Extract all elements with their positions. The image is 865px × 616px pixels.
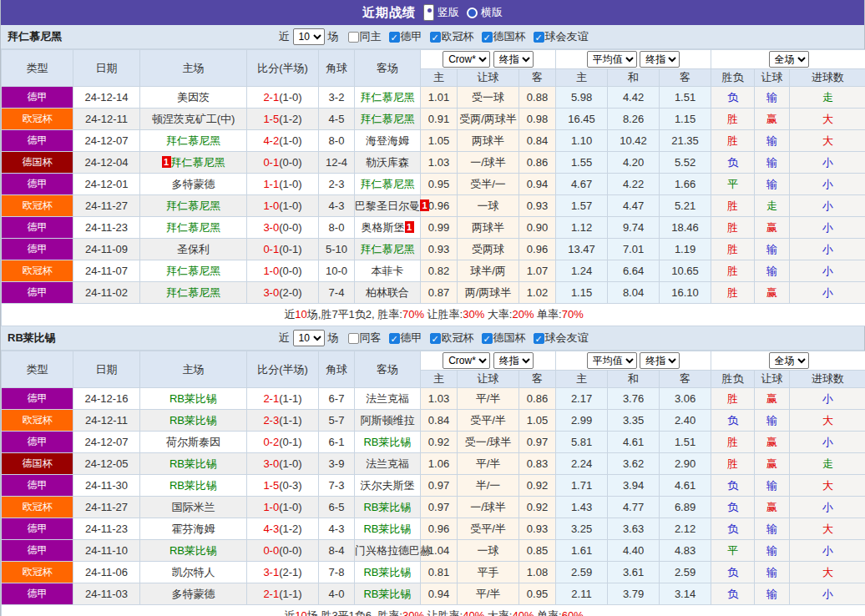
sub-column-header: 进球数 [790, 371, 865, 388]
handicap-value: 一球 [458, 195, 519, 217]
same-venue-checkbox[interactable]: 同客 [342, 331, 382, 346]
away-team-name[interactable]: RB莱比锡 [363, 523, 411, 535]
outcome-value: 胜 [711, 260, 755, 282]
league-checkbox[interactable]: ✓德甲 [383, 29, 422, 44]
league-checkbox[interactable]: ✓球会友谊 [528, 29, 589, 44]
checkbox-checked-icon[interactable]: ✓ [534, 333, 544, 344]
score-cell: 1-5(0-3) [247, 475, 319, 497]
home-team-name[interactable]: RB莱比锡 [169, 414, 217, 427]
away-team-name: 勒沃库森 [366, 156, 409, 169]
avg-value: 1.55 [556, 152, 608, 174]
home-team-cell: 霍芬海姆 [140, 518, 247, 540]
checkbox-checked-icon[interactable]: ✓ [430, 32, 441, 43]
away-team-name: 本菲卡 [372, 265, 404, 277]
away-team-name[interactable]: 拜仁慕尼黑 [361, 243, 415, 255]
avg-value: 1.61 [556, 540, 608, 562]
odds-company-select[interactable]: Crow* [443, 352, 490, 369]
checkbox-unchecked-icon[interactable] [348, 32, 359, 43]
final-odds-select-2[interactable]: 终指 [640, 51, 680, 68]
league-badge: 德甲 [2, 217, 73, 239]
away-team-cell: 法兰克福 [355, 453, 421, 475]
outcome-value: 胜 [711, 195, 755, 217]
odds-value: 0.94 [421, 583, 458, 605]
checkbox-checked-icon[interactable]: ✓ [389, 333, 400, 344]
half-score: (1-2) [279, 523, 301, 535]
radio-unselected-icon[interactable] [467, 8, 478, 18]
checkbox-checked-icon[interactable]: ✓ [389, 32, 400, 43]
avg-value: 4.42 [608, 87, 660, 109]
outcome-value: 胜 [711, 109, 755, 130]
home-team-name[interactable]: RB莱比锡 [169, 457, 217, 470]
checkbox-checked-icon[interactable]: ✓ [482, 32, 493, 43]
match-row: 欧冠杯24-11-07拜仁慕尼黑1-0(0-0)10-0本菲卡0.82球半/两1… [2, 260, 865, 282]
avg-value: 4.67 [556, 174, 608, 195]
sub-column-header: 胜负 [711, 371, 755, 388]
odds-value: 1.01 [421, 87, 458, 109]
full-score: 1-0 [263, 265, 279, 277]
avg-value: 3.94 [608, 475, 660, 497]
home-team-name[interactable]: RB莱比锡 [169, 544, 217, 557]
odds-value: 0.83 [519, 453, 556, 475]
checkbox-checked-icon[interactable]: ✓ [430, 333, 441, 344]
average-select[interactable]: 平均值 [587, 352, 637, 369]
odds-value: 1.05 [519, 410, 556, 432]
sub-column-header: 让球 [458, 69, 519, 87]
checkbox-checked-icon[interactable]: ✓ [482, 333, 493, 344]
average-select[interactable]: 平均值 [587, 51, 637, 68]
odds-company-select[interactable]: Crow* [443, 51, 490, 68]
away-team-cell: RB莱比锡 [355, 562, 421, 583]
match-row: 德甲24-11-09圣保利0-1(0-1)5-10拜仁慕尼黑0.93受两球0.9… [2, 239, 865, 260]
outcome-value: 小 [790, 152, 865, 174]
away-team-name[interactable]: RB莱比锡 [363, 436, 411, 448]
league-checkbox[interactable]: ✓德国杯 [476, 29, 526, 44]
odds-value: 0.96 [519, 239, 556, 260]
outcome-value: 小 [790, 239, 865, 260]
avg-value: 13.47 [556, 239, 608, 260]
column-header: 比分(半场) [247, 351, 319, 388]
radio-horizontal[interactable]: 横版 [467, 5, 503, 20]
radio-vertical[interactable]: 竖版 [423, 4, 459, 21]
same-venue-checkbox[interactable]: 同主 [342, 29, 382, 44]
home-team-name[interactable]: 拜仁慕尼黑 [166, 199, 220, 212]
radio-selected-icon[interactable] [423, 4, 434, 21]
home-team-cell: 拜仁慕尼黑 [140, 195, 247, 217]
scope-select[interactable]: 全场 [769, 51, 809, 68]
home-team-name[interactable]: 拜仁慕尼黑 [171, 156, 225, 169]
final-odds-select-2[interactable]: 终指 [640, 352, 680, 369]
corner-score: 3-9 [319, 453, 355, 475]
avg-value: 3.76 [608, 388, 660, 410]
match-count-select[interactable]: 10 [293, 28, 325, 45]
home-team-name[interactable]: RB莱比锡 [169, 479, 217, 492]
odds-value: 1.03 [421, 152, 458, 174]
league-checkbox[interactable]: ✓欧冠杯 [424, 29, 474, 44]
league-checkbox[interactable]: ✓德国杯 [476, 331, 526, 346]
home-team-name[interactable]: 拜仁慕尼黑 [166, 286, 220, 299]
checkbox-checked-icon[interactable]: ✓ [534, 32, 544, 43]
match-count-select[interactable]: 10 [293, 330, 325, 346]
away-team-name[interactable]: 拜仁慕尼黑 [361, 178, 415, 190]
home-team-name[interactable]: RB莱比锡 [169, 392, 217, 405]
league-checkbox[interactable]: ✓德甲 [383, 331, 422, 346]
sub-column-header: 客 [660, 371, 711, 388]
page: 近期战绩 竖版 横版 拜仁慕尼黑近10场同主✓德甲✓欧冠杯✓德国杯✓球会友谊类型… [0, 0, 865, 616]
final-odds-select[interactable]: 终指 [493, 51, 534, 68]
outcome-value: 大 [790, 130, 865, 152]
near-label: 近 [279, 29, 290, 44]
away-team-name[interactable]: 拜仁慕尼黑 [361, 91, 415, 104]
home-team-name[interactable]: 拜仁慕尼黑 [166, 265, 220, 277]
league-checkbox[interactable]: ✓欧冠杯 [424, 331, 474, 346]
away-team-name[interactable]: 拜仁慕尼黑 [361, 113, 415, 125]
checkbox-unchecked-icon[interactable] [348, 333, 359, 344]
away-team-cell: 拜仁慕尼黑 [355, 239, 421, 260]
home-team-name[interactable]: 拜仁慕尼黑 [166, 134, 220, 147]
outcome-value: 走 [790, 87, 865, 109]
scope-select[interactable]: 全场 [769, 352, 809, 369]
away-team-name[interactable]: RB莱比锡 [363, 566, 411, 578]
final-odds-select[interactable]: 终指 [493, 352, 534, 369]
away-team-name[interactable]: RB莱比锡 [363, 588, 411, 600]
away-team-name[interactable]: RB莱比锡 [363, 501, 411, 513]
league-checkbox[interactable]: ✓球会友谊 [528, 331, 589, 346]
full-score: 1-5 [263, 113, 279, 125]
home-team-name[interactable]: 拜仁慕尼黑 [166, 221, 220, 234]
outcome-value: 小 [790, 195, 865, 217]
